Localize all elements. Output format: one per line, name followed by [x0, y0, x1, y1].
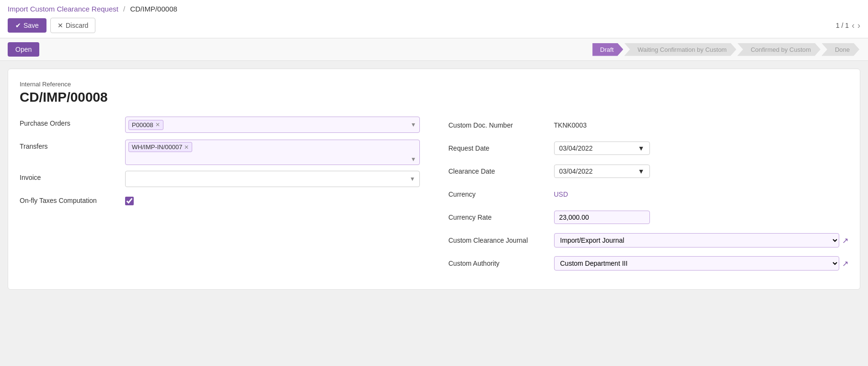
- clearance-date-dropdown-icon: ▼: [638, 167, 645, 175]
- transfers-label: Transfers: [20, 140, 125, 150]
- clearance-journal-value: Import/Export Journal ↗: [554, 233, 849, 248]
- request-date-value: 03/04/2022 ▼: [554, 142, 849, 155]
- clearance-journal-external-link[interactable]: ↗: [842, 236, 848, 245]
- pagination: 1 / 1 ‹ ›: [836, 21, 860, 30]
- custom-doc-number-value: TKNK0003: [554, 119, 849, 131]
- currency-rate-label: Currency Rate: [449, 213, 554, 221]
- request-date-dropdown-icon: ▼: [638, 144, 645, 152]
- right-section: Custom Doc. Number TKNK0003 Request Date…: [449, 117, 849, 278]
- tag-label: WH/IMP-IN/00007: [132, 143, 182, 151]
- transfers-value: WH/IMP-IN/00007 ✕ ▼: [125, 140, 420, 165]
- clearance-date-value: 03/04/2022 ▼: [554, 165, 849, 178]
- form-grid: Purchase Orders P00008 ✕ ▼ Transfers: [20, 117, 848, 278]
- custom-authority-row: Custom Authority Custom Department III ↗: [449, 255, 849, 272]
- open-button[interactable]: Open: [8, 42, 39, 57]
- record-title: CD/IMP/00008: [20, 90, 848, 105]
- currency-text: USD: [554, 190, 568, 198]
- stage-confirmed[interactable]: Confirmed by Custom: [737, 43, 821, 56]
- transfers-dropdown-icon: ▼: [411, 156, 417, 163]
- on-fly-taxes-value: [125, 194, 420, 207]
- remove-tag-icon[interactable]: ✕: [155, 121, 160, 128]
- discard-button[interactable]: ✕ Discard: [50, 18, 95, 33]
- clearance-journal-select[interactable]: Import/Export Journal: [554, 233, 840, 248]
- stages: Draft Waiting Confirmation by Custom Con…: [592, 43, 860, 56]
- save-checkmark: ✔: [15, 22, 21, 29]
- clearance-date-row: Clearance Date 03/04/2022 ▼: [449, 163, 849, 180]
- top-bar: Import Custom Clearance Request / CD/IMP…: [0, 0, 868, 38]
- discard-label: Discard: [66, 22, 88, 29]
- currency-row: Currency USD: [449, 186, 849, 203]
- request-date-text: 03/04/2022: [559, 144, 593, 152]
- stage-done[interactable]: Done: [822, 43, 859, 56]
- custom-authority-label: Custom Authority: [449, 260, 554, 267]
- custom-doc-number-row: Custom Doc. Number TKNK0003: [449, 117, 849, 134]
- stage-confirmed-label: Confirmed by Custom: [751, 46, 811, 53]
- clearance-date-field[interactable]: 03/04/2022 ▼: [554, 165, 650, 178]
- transfers-tag-0: WH/IMP-IN/00007 ✕: [128, 142, 192, 152]
- currency-rate-row: Currency Rate: [449, 209, 849, 226]
- purchase-orders-field[interactable]: P00008 ✕ ▼: [125, 117, 420, 133]
- status-bar: Open Draft Waiting Confirmation by Custo…: [0, 38, 868, 61]
- purchase-orders-row: Purchase Orders P00008 ✕ ▼: [20, 117, 420, 134]
- clearance-journal-row: Custom Clearance Journal Import/Export J…: [449, 232, 849, 249]
- on-fly-taxes-row: On-fly Taxes Computation: [20, 194, 420, 211]
- invoice-value: ▼: [125, 171, 420, 187]
- purchase-orders-value: P00008 ✕ ▼: [125, 117, 420, 133]
- app-title: Import Custom Clearance Request: [8, 5, 118, 13]
- invoice-row: Invoice ▼: [20, 171, 420, 188]
- clearance-journal-label: Custom Clearance Journal: [449, 236, 554, 244]
- left-section: Purchase Orders P00008 ✕ ▼ Transfers: [20, 117, 420, 278]
- main-content: Internal Reference CD/IMP/00008 Purchase…: [0, 61, 868, 297]
- tag-label: P00008: [132, 121, 153, 129]
- custom-authority-value: Custom Department III ↗: [554, 256, 849, 271]
- pagination-count: 1 / 1: [836, 22, 849, 29]
- invoice-dropdown-icon: ▼: [410, 176, 416, 182]
- stage-draft[interactable]: Draft: [592, 43, 623, 56]
- currency-rate-input[interactable]: [554, 211, 650, 224]
- custom-authority-select[interactable]: Custom Department III: [554, 256, 840, 271]
- invoice-label: Invoice: [20, 171, 125, 181]
- custom-doc-number-label: Custom Doc. Number: [449, 121, 554, 129]
- custom-authority-external-link[interactable]: ↗: [842, 259, 848, 268]
- on-fly-taxes-label: On-fly Taxes Computation: [20, 194, 125, 204]
- request-date-field[interactable]: 03/04/2022 ▼: [554, 142, 650, 155]
- custom-authority-container: Custom Department III ↗: [554, 256, 849, 271]
- save-button[interactable]: ✔ Save: [8, 18, 46, 33]
- currency-label: Currency: [449, 190, 554, 198]
- invoice-field[interactable]: ▼: [125, 171, 420, 187]
- breadcrumb-ref: CD/IMP/00008: [130, 5, 177, 13]
- stage-done-label: Done: [835, 46, 850, 53]
- discard-x: ✕: [58, 22, 63, 29]
- transfers-field[interactable]: WH/IMP-IN/00007 ✕ ▼: [125, 140, 420, 165]
- remove-tag-icon[interactable]: ✕: [184, 144, 189, 151]
- request-date-row: Request Date 03/04/2022 ▼: [449, 140, 849, 157]
- prev-button[interactable]: ‹: [852, 21, 855, 30]
- currency-rate-value: [554, 211, 849, 224]
- form-card: Internal Reference CD/IMP/00008 Purchase…: [8, 69, 860, 290]
- purchase-orders-label: Purchase Orders: [20, 117, 125, 127]
- toolbar: ✔ Save ✕ Discard 1 / 1 ‹ ›: [8, 18, 860, 33]
- custom-doc-number-text: TKNK0003: [554, 119, 587, 131]
- stage-draft-label: Draft: [600, 46, 613, 53]
- stage-waiting-label: Waiting Confirmation by Custom: [637, 46, 727, 53]
- breadcrumb: Import Custom Clearance Request / CD/IMP…: [8, 5, 860, 13]
- purchase-orders-dropdown-icon: ▼: [411, 121, 417, 128]
- next-button[interactable]: ›: [857, 21, 860, 30]
- clearance-date-label: Clearance Date: [449, 167, 554, 175]
- purchase-orders-tag-0: P00008 ✕: [128, 120, 163, 130]
- breadcrumb-sep: /: [123, 5, 125, 13]
- stage-waiting[interactable]: Waiting Confirmation by Custom: [624, 43, 736, 56]
- on-fly-taxes-checkbox[interactable]: [125, 197, 134, 205]
- save-label: Save: [23, 22, 39, 29]
- request-date-label: Request Date: [449, 144, 554, 152]
- transfers-row: Transfers WH/IMP-IN/00007 ✕ ▼: [20, 140, 420, 165]
- clearance-date-text: 03/04/2022: [559, 167, 593, 175]
- internal-reference-label: Internal Reference: [20, 81, 848, 88]
- currency-value: USD: [554, 190, 849, 198]
- clearance-journal-container: Import/Export Journal ↗: [554, 233, 849, 248]
